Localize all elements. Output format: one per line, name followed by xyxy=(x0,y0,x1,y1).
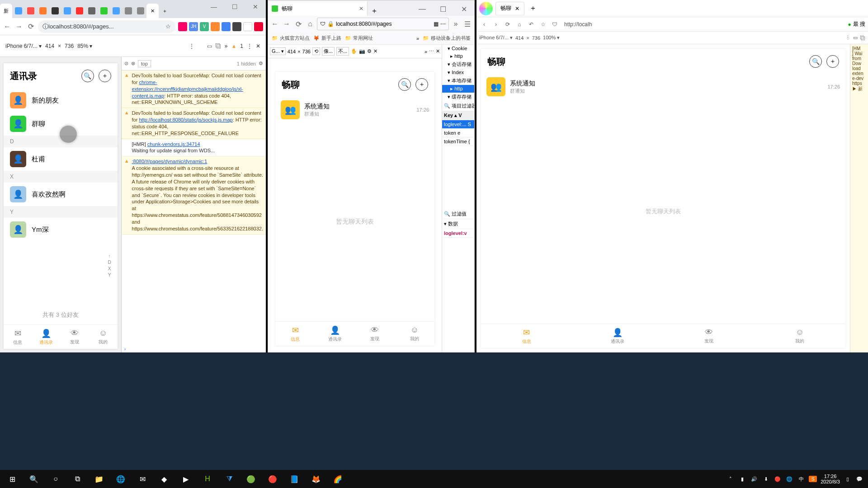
maximize-button[interactable]: ☐ xyxy=(433,2,453,16)
tab-我的[interactable]: ☺我的 xyxy=(755,324,846,348)
address-bar[interactable]: 🛡 🔒 localhost:8080/#/pages ▦ ⋯ xyxy=(317,18,449,30)
devtools-console-sliver[interactable]: [HM] WaifromDowloadextene-devhttps▶ 新 xyxy=(850,44,868,352)
forward-button[interactable]: → xyxy=(14,23,24,31)
mail-icon[interactable]: ✉ xyxy=(132,470,153,488)
chrome-tab[interactable] xyxy=(98,4,110,18)
forward-button[interactable]: › xyxy=(491,21,501,28)
inspect-icon[interactable]: ▭ xyxy=(853,35,858,41)
chrome-tab[interactable] xyxy=(37,4,49,18)
kv-row[interactable]: loglevel:... S xyxy=(442,120,474,129)
close-devtools-icon[interactable]: ✕ xyxy=(254,43,262,49)
extension-icon[interactable]: V xyxy=(200,22,209,31)
contact-row[interactable]: 👤Ym深 xyxy=(4,218,118,241)
console-message[interactable]: ▲:8080/#/pages/dynamic/dynamic:1A cookie… xyxy=(122,156,266,234)
reload-button[interactable]: ⟳ xyxy=(26,22,35,31)
search-button[interactable]: 🔍 xyxy=(24,470,44,488)
extension-icon[interactable]: JH xyxy=(189,22,198,31)
tray-icon[interactable]: 🔴 xyxy=(774,476,782,482)
bookmark-star-icon[interactable]: ☆ xyxy=(165,23,171,30)
storage-tree-item[interactable]: ▾ Index xyxy=(442,69,474,76)
extension-icon[interactable] xyxy=(232,22,241,31)
storage-tree-item[interactable]: ▸ http xyxy=(442,85,474,93)
device-width[interactable]: 414 xyxy=(43,43,56,49)
tab-发现[interactable]: 👁发现 xyxy=(663,324,755,348)
tab-通讯录[interactable]: 👤通讯录 xyxy=(315,322,355,346)
device-select[interactable]: G... ▾ xyxy=(270,47,286,55)
kv-header[interactable]: Key ▴ V xyxy=(442,111,474,120)
reload-button[interactable]: ⟳ xyxy=(503,21,513,28)
taskview-button[interactable]: ⧉ xyxy=(67,470,88,488)
home-button[interactable]: ⌂ xyxy=(305,20,315,28)
minimize-button[interactable]: — xyxy=(412,2,433,16)
minimize-button[interactable]: — xyxy=(203,0,224,14)
ime-indicator[interactable]: 中 xyxy=(797,476,805,483)
context-select[interactable]: top xyxy=(138,60,151,67)
contact-row[interactable]: 👤喜欢孜然啊 xyxy=(4,183,118,206)
extension-icon[interactable] xyxy=(243,22,252,31)
chrome-tab[interactable] xyxy=(122,4,134,18)
data-header[interactable]: ▾ 数据 xyxy=(442,219,474,229)
more-icon[interactable]: » xyxy=(425,49,427,54)
search-icon[interactable]: 🔍 xyxy=(81,70,94,82)
contact-list[interactable]: 👤新的朋友👤群聊D👤杜甫X👤喜欢孜然啊Y👤Ym深 xyxy=(4,89,118,305)
device-height[interactable]: 736 xyxy=(63,43,75,49)
more-icon[interactable]: ⋮ xyxy=(187,43,196,49)
reload-button[interactable]: ⟳ xyxy=(293,20,303,28)
action-center-icon[interactable]: 💬 xyxy=(855,476,863,482)
chrome-tab[interactable] xyxy=(24,4,37,18)
storage-tree-item[interactable]: ▾ 缓存存储 xyxy=(442,93,474,101)
hbuilder-icon[interactable]: H xyxy=(197,470,218,488)
bookmark-item[interactable]: 📁 常用网址 xyxy=(345,35,373,42)
tray-icon[interactable]: ⬇ xyxy=(762,476,770,482)
chat-row[interactable]: 👥 系统通知 群通知 17:26 xyxy=(275,97,434,122)
chrome-tab[interactable] xyxy=(85,4,98,18)
firefox-icon[interactable]: 🦊 xyxy=(306,470,326,488)
chrome-tab[interactable]: 新 xyxy=(0,4,12,18)
chrome-icon[interactable]: 🌐 xyxy=(110,470,131,488)
kv-row[interactable]: tokenTime { xyxy=(442,137,474,146)
add-icon[interactable]: ＋ xyxy=(415,78,428,91)
extension-icon[interactable] xyxy=(222,22,231,31)
chrome-tab-active[interactable]: ✕ xyxy=(146,4,159,18)
chrome-tab[interactable] xyxy=(12,4,24,18)
device-toggle-icon[interactable]: ⿻ xyxy=(214,43,223,49)
extension-icon[interactable] xyxy=(254,22,263,31)
hidden-count[interactable]: 1 hidden xyxy=(237,61,256,66)
close-button[interactable]: ✕ xyxy=(245,0,266,14)
device-select[interactable]: iPhone 6/7/... ▾ xyxy=(4,43,43,49)
stop-icon[interactable]: ⊗ xyxy=(131,61,135,66)
kv-row[interactable]: token e xyxy=(442,129,474,137)
console-message[interactable]: ▲DevTools failed to load SourceMap: Coul… xyxy=(122,70,266,108)
settings-icon[interactable]: ⋮ xyxy=(245,43,254,49)
new-tab-button[interactable]: ＋ xyxy=(527,4,539,13)
tray-chevron-icon[interactable]: ˄ xyxy=(726,476,735,482)
contact-row[interactable]: 👤杜甫 xyxy=(4,147,118,171)
start-button[interactable]: ⊞ xyxy=(2,470,23,488)
new-tab-button[interactable]: ＋ xyxy=(159,4,171,18)
warning-count[interactable]: 1 xyxy=(238,43,245,49)
more-icon[interactable]: ⋮ xyxy=(845,35,850,41)
maximize-button[interactable]: ☐ xyxy=(224,0,245,14)
clear-console-icon[interactable]: ⊘ xyxy=(124,61,128,66)
extension-icon[interactable] xyxy=(178,22,187,31)
add-icon[interactable]: ＋ xyxy=(826,55,839,68)
console-prompt[interactable]: › xyxy=(122,345,266,352)
chrome-tab[interactable] xyxy=(73,4,85,18)
storage-tree-item[interactable]: ▾ Cookie xyxy=(442,45,474,52)
volume-icon[interactable]: 🔊 xyxy=(750,476,758,482)
filter-values[interactable]: 🔍 过滤值 xyxy=(442,209,474,219)
tab-信息[interactable]: ✉信息 xyxy=(4,325,32,349)
storage-tree[interactable]: ▾ Cookie ▸ http▾ 会话存储▾ Index▾ 本地存储 ▸ htt… xyxy=(442,45,474,101)
screenshot-icon[interactable]: 📷 xyxy=(359,48,365,54)
settings-icon[interactable]: ⚙ xyxy=(367,48,372,54)
tab-发现[interactable]: 👁发现 xyxy=(355,322,395,346)
console-log[interactable]: ▲DevTools failed to load SourceMap: Coul… xyxy=(122,70,266,345)
tray-icon[interactable]: ▮ xyxy=(738,476,746,482)
cortana-button[interactable]: ○ xyxy=(45,470,66,488)
extension-icon[interactable] xyxy=(211,22,220,31)
menu-icon[interactable]: ☰ xyxy=(462,20,472,28)
rotate-icon[interactable]: ⟲ xyxy=(312,47,320,55)
storage-tree-item[interactable]: ▾ 本地存储 xyxy=(442,76,474,85)
browser3-icon[interactable]: 🌈 xyxy=(327,470,348,488)
app-icon[interactable]: ◆ xyxy=(154,470,175,488)
